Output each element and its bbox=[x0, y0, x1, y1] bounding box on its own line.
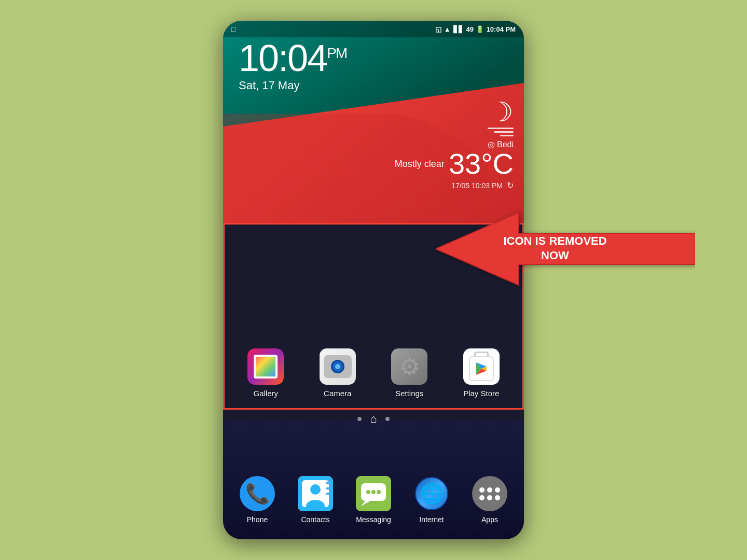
status-bar-left: □ bbox=[231, 25, 236, 33]
messaging-icon-img bbox=[356, 476, 391, 511]
camera-body bbox=[324, 355, 352, 378]
playstore-app-icon[interactable]: Play Store bbox=[463, 348, 500, 398]
playstore-icon-img bbox=[463, 348, 500, 385]
apps-dots-grid bbox=[479, 487, 500, 500]
internet-icon-img: 🌐 bbox=[414, 476, 449, 511]
gallery-frame bbox=[254, 355, 278, 379]
camera-lens bbox=[331, 360, 344, 373]
dock-section: 📞 Phone Contacts bbox=[223, 420, 524, 539]
clock-time: 10:04PM bbox=[239, 39, 347, 77]
refresh-icon[interactable]: ↻ bbox=[507, 180, 514, 190]
phone-icon-img: 📞 bbox=[240, 476, 275, 511]
camera-label: Camera bbox=[324, 389, 351, 398]
play-bag bbox=[467, 352, 495, 382]
clock-ampm: PM bbox=[327, 45, 347, 61]
apps-dot-5 bbox=[487, 495, 492, 500]
svg-point-15 bbox=[371, 490, 376, 494]
play-triangle-icon bbox=[474, 361, 489, 376]
contacts-svg-icon bbox=[298, 476, 333, 511]
gallery-inner bbox=[247, 348, 284, 385]
weather-wind-lines bbox=[395, 128, 514, 136]
contacts-dock-label: Contacts bbox=[301, 515, 329, 524]
dock-icons-row: 📞 Phone Contacts bbox=[223, 476, 524, 524]
contacts-dock-icon[interactable]: Contacts bbox=[298, 476, 333, 524]
camera-icon-img bbox=[320, 348, 356, 385]
status-bar-right: ◱ ▲ ▋▋ 49 🔋 10:04 PM bbox=[435, 25, 516, 33]
apps-icon-img bbox=[472, 476, 507, 511]
internet-dock-icon[interactable]: 🌐 Internet bbox=[414, 476, 449, 524]
apps-dot-6 bbox=[495, 495, 500, 500]
weather-moon-icon: ☽ bbox=[395, 99, 514, 125]
status-bar: □ ◱ ▲ ▋▋ 49 🔋 10:04 PM bbox=[223, 21, 524, 37]
gear-icon: ⚙ bbox=[399, 353, 420, 381]
play-bag-body bbox=[469, 356, 494, 381]
battery-icon: 49 🔋 bbox=[466, 25, 484, 33]
dot-2[interactable] bbox=[385, 417, 390, 421]
svg-point-14 bbox=[366, 490, 370, 494]
gallery-icon-img bbox=[247, 348, 284, 385]
notification-icon: □ bbox=[231, 25, 236, 33]
clock-hours-minutes: 10:04 bbox=[239, 37, 327, 79]
phone-handset-icon: 📞 bbox=[245, 482, 270, 505]
globe-icon: 🌐 bbox=[415, 477, 448, 510]
apps-dot-1 bbox=[479, 487, 485, 493]
wifi-icon: ▲ bbox=[444, 25, 451, 33]
clock-widget: 10:04PM Sat, 17 May bbox=[239, 39, 347, 92]
weather-datetime-row: 17/05 10:03 PM ↻ bbox=[395, 180, 514, 190]
gallery-app-icon[interactable]: Gallery bbox=[247, 348, 284, 398]
svg-rect-10 bbox=[326, 493, 330, 495]
messaging-dock-icon[interactable]: Messaging bbox=[356, 476, 391, 524]
wind-line-3 bbox=[500, 135, 514, 136]
weather-timestamp: 17/05 10:03 PM bbox=[451, 181, 503, 190]
gallery-label: Gallery bbox=[253, 389, 278, 398]
svg-rect-8 bbox=[326, 482, 330, 484]
internet-dock-label: Internet bbox=[419, 515, 444, 524]
annotation-text-line2: NOW bbox=[541, 249, 569, 262]
nav-dots: ⌂ bbox=[223, 412, 524, 426]
clock-date: Sat, 17 May bbox=[239, 79, 347, 92]
dot-1[interactable] bbox=[357, 417, 362, 421]
phone-dock-label: Phone bbox=[247, 515, 268, 524]
phone-dock-icon[interactable]: 📞 Phone bbox=[240, 476, 275, 524]
weather-desc-row: Mostly clear 33°C bbox=[395, 149, 514, 178]
settings-icon-img: ⚙ bbox=[391, 348, 427, 385]
apps-dot-2 bbox=[487, 487, 492, 493]
weather-temperature: 33°C bbox=[449, 149, 514, 178]
apps-dock-label: Apps bbox=[481, 515, 498, 524]
messaging-dock-label: Messaging bbox=[356, 515, 391, 524]
svg-rect-9 bbox=[326, 487, 330, 489]
messaging-svg-icon bbox=[356, 476, 391, 511]
arrow-annotation: ICON IS REMOVED NOW bbox=[436, 202, 695, 296]
apps-dock-icon[interactable]: Apps bbox=[472, 476, 507, 524]
svg-point-6 bbox=[310, 484, 321, 495]
settings-app-icon[interactable]: ⚙ Settings bbox=[391, 348, 427, 398]
app-icon-row: Gallery Camera bbox=[225, 348, 522, 398]
home-button-icon[interactable]: ⌂ bbox=[370, 412, 377, 426]
weather-description: Mostly clear bbox=[395, 159, 445, 170]
wind-line-2 bbox=[494, 131, 514, 133]
camera-lens-inner bbox=[335, 364, 340, 369]
wind-line-1 bbox=[488, 128, 514, 129]
apps-dot-4 bbox=[479, 495, 485, 500]
clock-status: 10:04 PM bbox=[487, 25, 516, 33]
svg-point-16 bbox=[377, 490, 381, 494]
contacts-icon-img bbox=[298, 476, 333, 511]
sim-icon: ◱ bbox=[435, 25, 441, 33]
playstore-label: Play Store bbox=[463, 389, 499, 398]
annotation-arrow-svg: ICON IS REMOVED NOW bbox=[436, 202, 695, 296]
settings-label: Settings bbox=[395, 389, 423, 398]
camera-app-icon[interactable]: Camera bbox=[320, 348, 356, 398]
annotation-text-line1: ICON IS REMOVED bbox=[503, 234, 606, 247]
weather-widget: ☽ ◎ Bedi Mostly clear 33°C 17/05 10:03 P… bbox=[395, 99, 514, 190]
signal-icon: ▋▋ bbox=[453, 25, 464, 33]
apps-dot-3 bbox=[495, 487, 500, 493]
